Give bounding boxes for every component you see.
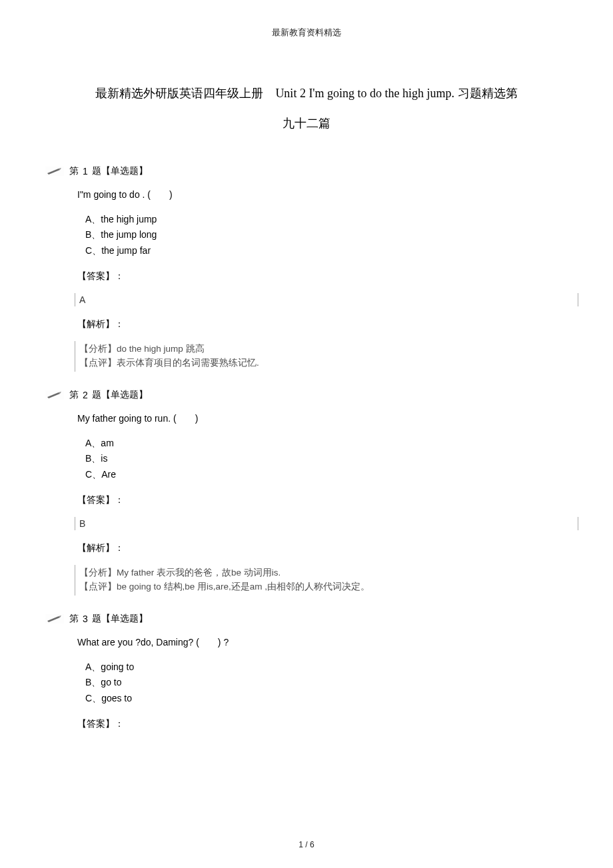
- option-b: B、is: [85, 451, 560, 466]
- question-stem: My father going to run. ( ): [77, 413, 560, 424]
- answer-text: A: [79, 294, 85, 305]
- question-block: 第 3 题【单选题】 What are you ?do, Daming? ( )…: [53, 613, 560, 730]
- question-type: 题【单选题】: [92, 613, 148, 625]
- answer-box: A: [75, 293, 578, 306]
- option-a: A、the high jump: [85, 212, 560, 227]
- question-header: 第 2 题【单选题】: [45, 389, 560, 401]
- question-number: 1: [83, 166, 88, 177]
- question-number: 2: [83, 390, 88, 400]
- page-header: 最新教育资料精选: [53, 27, 560, 39]
- question-block: 第 1 题【单选题】 I"m going to do . ( ) A、the h…: [53, 165, 560, 372]
- options-list: A、going to B、go to C、goes to: [85, 659, 560, 706]
- option-c: C、Are: [85, 467, 560, 482]
- analysis-line: 【分析】do the high jump 跳高: [79, 342, 560, 356]
- question-block: 第 2 题【单选题】 My father going to run. ( ) A…: [53, 389, 560, 596]
- analysis-label: 【解析】：: [77, 542, 560, 554]
- question-number: 3: [83, 614, 88, 624]
- question-header: 第 3 题【单选题】: [45, 613, 560, 625]
- question-header: 第 1 题【单选题】: [45, 165, 560, 177]
- space: [79, 390, 81, 400]
- question-prefix: 第: [69, 613, 79, 625]
- space: [79, 614, 81, 624]
- question-type: 题【单选题】: [92, 389, 148, 401]
- answer-label: 【答案】：: [77, 718, 560, 730]
- title-line-1: 最新精选外研版英语四年级上册 Unit 2 I'm going to do th…: [95, 87, 517, 100]
- pencil-icon: [45, 614, 64, 624]
- answer-text: B: [79, 518, 85, 529]
- question-stem: What are you ?do, Daming? ( ) ?: [77, 637, 560, 648]
- option-b: B、the jump long: [85, 227, 560, 242]
- analysis-line: 【点评】表示体育项目的名词需要熟练记忆.: [79, 356, 560, 370]
- option-b: B、go to: [85, 675, 560, 690]
- question-prefix: 第: [69, 389, 79, 401]
- options-list: A、the high jump B、the jump long C、the ju…: [85, 212, 560, 258]
- pencil-icon: [45, 167, 64, 176]
- question-prefix: 第: [69, 165, 79, 177]
- pencil-icon: [45, 390, 64, 400]
- option-a: A、going to: [85, 659, 560, 675]
- answer-label: 【答案】：: [77, 270, 560, 282]
- option-c: C、the jump far: [85, 243, 560, 258]
- answer-label: 【答案】：: [77, 494, 560, 506]
- answer-box: B: [75, 517, 578, 530]
- analysis-line: 【点评】be going to 结构,be 用is,are,还是am ,由相邻的…: [79, 580, 560, 594]
- analysis-box: 【分析】do the high jump 跳高 【点评】表示体育项目的名词需要熟…: [75, 341, 560, 372]
- option-a: A、am: [85, 436, 560, 451]
- page-footer: 1 / 6: [0, 840, 613, 849]
- options-list: A、am B、is C、Are: [85, 436, 560, 482]
- space: [79, 166, 81, 177]
- analysis-box: 【分析】My father 表示我的爸爸，故be 动词用is. 【点评】be g…: [75, 565, 560, 596]
- question-type: 题【单选题】: [92, 165, 148, 177]
- question-stem: I"m going to do . ( ): [77, 189, 560, 200]
- analysis-line: 【分析】My father 表示我的爸爸，故be 动词用is.: [79, 566, 560, 580]
- analysis-label: 【解析】：: [77, 318, 560, 330]
- option-c: C、goes to: [85, 691, 560, 706]
- title-line-2: 九十二篇: [283, 117, 330, 130]
- document-title: 最新精选外研版英语四年级上册 Unit 2 I'm going to do th…: [53, 79, 560, 139]
